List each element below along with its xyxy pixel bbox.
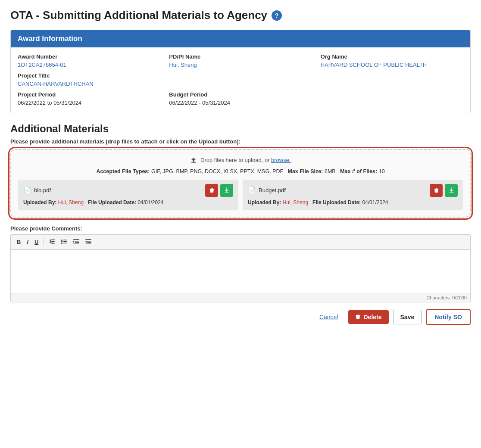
- org-value: HARVARD SCHOOL OF PUBLIC HEALTH: [321, 62, 427, 68]
- file-cards-container: 📄 bio.pdf: [18, 180, 463, 210]
- file-delete-button-1[interactable]: [430, 184, 443, 197]
- award-information-section: Award Information Award Number 1OT2CA278…: [10, 30, 471, 113]
- additional-materials-title: Additional Materials: [10, 123, 471, 135]
- svg-point-5: [61, 241, 62, 242]
- file-delete-button-0[interactable]: [205, 184, 218, 197]
- file-doc-icon-1: 📄: [248, 187, 256, 194]
- outdent-icon: [85, 239, 91, 245]
- toolbar-underline[interactable]: U: [32, 238, 41, 246]
- svg-rect-7: [63, 240, 67, 240]
- notify-so-button[interactable]: Notify SO: [426, 309, 471, 325]
- download-icon-0: [224, 187, 230, 193]
- drop-text: Drop files here to upload, or: [200, 157, 271, 163]
- bottom-actions: Cancel Delete Save Notify SO: [10, 309, 471, 329]
- drop-zone-header: Drop files here to upload, or browse.: [18, 157, 463, 164]
- svg-rect-17: [87, 242, 91, 243]
- accepted-types-info: Accepted File Types: GIF, JPG, BMP, PNG,…: [18, 168, 463, 174]
- project-period-value: 06/22/2022 to 05/31/2024: [18, 100, 81, 106]
- svg-rect-3: [51, 243, 55, 244]
- file-meta-0: Uploaded By: Hui, Sheng File Uploaded Da…: [23, 199, 233, 205]
- file-name-0: 📄 bio.pdf: [23, 187, 51, 194]
- help-icon[interactable]: ?: [272, 10, 282, 21]
- file-actions-0: [205, 184, 233, 197]
- svg-rect-1: [51, 240, 55, 240]
- char-count: Characters: 0/2000: [11, 293, 470, 302]
- budget-period-label: Budget Period: [169, 91, 312, 98]
- download-icon-1: [449, 187, 454, 193]
- svg-rect-11: [75, 241, 79, 242]
- browse-link[interactable]: browse.: [271, 157, 291, 163]
- file-drop-zone[interactable]: Drop files here to upload, or browse. Ac…: [10, 149, 471, 218]
- editor-toolbar: B I U 1.: [11, 235, 470, 250]
- toolbar-separator-1: [44, 238, 44, 246]
- file-card-1: 📄 Budget.pdf: [243, 180, 463, 210]
- award-number-field: Award Number 1OT2CA278654-01: [18, 53, 160, 68]
- cancel-button[interactable]: Cancel: [313, 310, 344, 324]
- project-title-row: Project Title CANCAN-HARVARDTHCHAN: [18, 72, 463, 87]
- pdpi-label: PD/PI Name: [169, 53, 312, 60]
- toolbar-outdent[interactable]: [83, 237, 94, 247]
- svg-rect-2: [51, 241, 55, 242]
- project-title-value: CANCAN-HARVARDTHCHAN: [18, 81, 94, 87]
- svg-rect-12: [75, 242, 79, 243]
- file-name-1: 📄 Budget.pdf: [248, 187, 286, 194]
- indent-icon: [73, 239, 79, 245]
- file-download-button-0[interactable]: [220, 184, 233, 197]
- toolbar-bold[interactable]: B: [14, 238, 23, 246]
- ordered-list-icon: 1.: [49, 239, 55, 245]
- save-button[interactable]: Save: [393, 310, 422, 324]
- unordered-list-icon: [61, 239, 67, 245]
- file-card-0: 📄 bio.pdf: [18, 180, 238, 210]
- svg-marker-19: [85, 241, 87, 243]
- pdpi-field: PD/PI Name Hui, Sheng: [169, 53, 312, 68]
- toolbar-italic[interactable]: I: [24, 238, 31, 246]
- upload-icon: [190, 157, 197, 164]
- award-number-value[interactable]: 1OT2CA278654-01: [18, 62, 66, 68]
- org-field: Org Name HARVARD SCHOOL OF PUBLIC HEALTH: [321, 53, 463, 68]
- comments-editor: B I U 1.: [10, 234, 471, 302]
- file-meta-1: Uploaded By: Hui, Sheng File Uploaded Da…: [248, 199, 458, 205]
- toolbar-indent[interactable]: [71, 237, 82, 247]
- svg-rect-10: [73, 239, 79, 240]
- project-period-label: Project Period: [18, 91, 160, 98]
- comments-label: Please provide Comments:: [10, 225, 471, 232]
- award-grid-row3: Project Period 06/22/2022 to 05/31/2024 …: [18, 91, 463, 106]
- trash-icon-delete: [355, 314, 361, 320]
- svg-rect-18: [85, 243, 91, 244]
- page-title: OTA - Submitting Additional Materials to…: [10, 9, 471, 22]
- additional-materials-section: Additional Materials Please provide addi…: [10, 123, 471, 302]
- svg-rect-9: [63, 243, 67, 243]
- svg-rect-15: [85, 239, 91, 240]
- toolbar-ordered-list[interactable]: 1.: [47, 237, 58, 247]
- project-period-field: Project Period 06/22/2022 to 05/31/2024: [18, 91, 160, 106]
- toolbar-unordered-list[interactable]: [59, 237, 70, 247]
- trash-icon-1: [434, 187, 439, 193]
- page-title-text: OTA - Submitting Additional Materials to…: [10, 9, 267, 22]
- svg-rect-8: [63, 241, 67, 242]
- budget-period-value: 06/22/2022 - 05/31/2024: [169, 100, 230, 106]
- svg-point-6: [61, 243, 62, 244]
- file-download-button-1[interactable]: [445, 184, 458, 197]
- award-section-header: Award Information: [11, 30, 470, 47]
- org-label: Org Name: [321, 53, 463, 60]
- additional-materials-subtitle: Please provide additional materials (dro…: [10, 138, 471, 145]
- budget-period-field: Budget Period 06/22/2022 - 05/31/2024: [169, 91, 312, 106]
- award-number-label: Award Number: [18, 53, 160, 60]
- comments-textarea[interactable]: [11, 250, 470, 293]
- file-doc-icon-0: 📄: [23, 187, 31, 194]
- svg-point-4: [61, 240, 62, 241]
- award-section-body: Award Number 1OT2CA278654-01 PD/PI Name …: [11, 47, 470, 113]
- pdpi-value: Hui, Sheng: [169, 62, 197, 68]
- award-grid-row1: Award Number 1OT2CA278654-01 PD/PI Name …: [18, 53, 463, 68]
- svg-rect-16: [87, 241, 91, 242]
- trash-icon-0: [209, 187, 215, 193]
- svg-rect-13: [73, 243, 79, 244]
- svg-marker-14: [73, 241, 75, 243]
- file-actions-1: [430, 184, 458, 197]
- delete-button[interactable]: Delete: [348, 310, 388, 324]
- project-title-label: Project Title: [18, 72, 463, 79]
